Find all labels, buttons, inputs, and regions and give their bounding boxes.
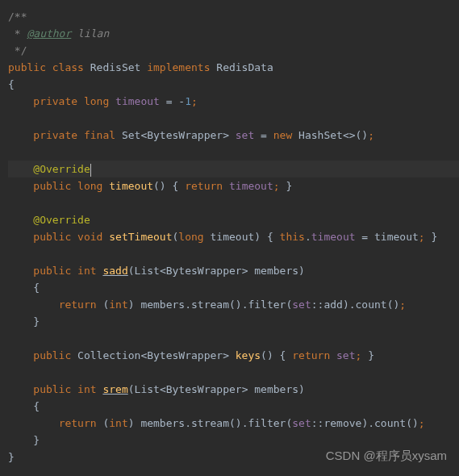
field: timeout <box>311 231 356 243</box>
dot: . <box>368 417 374 429</box>
brace: } <box>286 180 292 192</box>
kw-public: public <box>33 180 77 192</box>
kw-public: public <box>33 383 77 395</box>
code-line: public int sadd(List<BytesWrapper> membe… <box>8 262 459 279</box>
ref: :: <box>311 417 324 429</box>
parens: () <box>153 180 172 192</box>
method: remove <box>323 417 361 429</box>
kw-private: private <box>33 129 84 141</box>
kw-public: public <box>33 349 77 361</box>
semi: ; <box>368 129 374 141</box>
brace: { <box>280 349 293 361</box>
code-line: * @author lilan <box>8 25 459 42</box>
indent <box>8 417 59 429</box>
val: timeout <box>374 231 419 243</box>
method: stream <box>191 417 229 429</box>
class-name: RedisSet <box>90 61 147 73</box>
var: members <box>140 299 185 311</box>
method-name: setTimeout <box>109 231 172 243</box>
kw-int: int <box>77 265 102 277</box>
semi: ; <box>273 180 286 192</box>
cursor <box>90 164 91 177</box>
code-line: return (int) members.stream().filter(set… <box>8 296 459 313</box>
kw-int: int <box>109 417 127 429</box>
indent <box>8 265 33 277</box>
semi: ; <box>419 231 432 243</box>
kw-long: long <box>77 180 109 192</box>
code-editor[interactable]: /** * @author lilan */ public class Redi… <box>0 0 459 474</box>
field: set <box>292 299 311 311</box>
gt: > <box>242 265 255 277</box>
kw-private: private <box>33 95 84 107</box>
type-coll: Collection <box>77 349 140 361</box>
semi: ; <box>419 417 425 429</box>
code-line <box>8 245 459 262</box>
kw-long: long <box>84 95 115 107</box>
kw-implements: implements <box>147 61 216 73</box>
kw-return: return <box>185 180 229 192</box>
dot: . <box>185 299 191 311</box>
parens: () <box>387 299 400 311</box>
indent <box>8 299 59 311</box>
diamond: <>() <box>343 129 368 141</box>
annotation-override: @Override <box>33 214 90 226</box>
type-bw: BytesWrapper <box>166 383 242 395</box>
brace: } <box>368 349 374 361</box>
method-name: srem <box>102 383 127 395</box>
type-bw: BytesWrapper <box>147 349 223 361</box>
indent <box>8 383 33 395</box>
type-hashset: HashSet <box>298 129 343 141</box>
indent <box>8 214 33 226</box>
type-list: List <box>135 265 160 277</box>
code-line: public int srem(List<BytesWrapper> membe… <box>8 381 459 398</box>
kw-return: return <box>59 417 103 429</box>
brace: { <box>173 180 186 192</box>
method: filter <box>248 299 286 311</box>
paren: ) <box>128 417 141 429</box>
type-set: Set <box>122 129 140 141</box>
kw-int: int <box>77 383 102 395</box>
brace: { <box>8 78 15 90</box>
semi: ; <box>191 95 198 107</box>
code-line: } <box>8 432 459 449</box>
indent <box>8 129 33 141</box>
kw-this: this <box>280 231 305 243</box>
code-line <box>8 110 459 127</box>
brace: } <box>8 434 40 446</box>
paren: ( <box>128 265 135 277</box>
indent <box>8 95 33 107</box>
num: 1 <box>185 95 191 107</box>
indent <box>8 349 33 361</box>
eq: = <box>254 129 273 141</box>
method: count <box>356 299 387 311</box>
code-line <box>8 330 459 347</box>
method: stream <box>191 299 229 311</box>
code-line: public long timeout() { return timeout; … <box>8 177 459 194</box>
type-bw: BytesWrapper <box>166 265 242 277</box>
parens: () <box>261 349 279 361</box>
semi: ; <box>356 349 369 361</box>
parens: () <box>229 299 242 311</box>
param: members <box>254 265 298 277</box>
doc-star: * <box>8 27 27 40</box>
code-line: { <box>8 76 459 93</box>
code-line-active: @Override <box>8 161 459 177</box>
lt: < <box>160 265 166 277</box>
dot: . <box>185 417 191 429</box>
code-line: private long timeout = -1; <box>8 93 459 110</box>
brace: { <box>8 400 40 412</box>
type-bw: BytesWrapper <box>147 129 223 141</box>
paren: ) <box>298 265 305 277</box>
kw-new: new <box>273 129 298 141</box>
field-name: set <box>236 129 254 141</box>
method-name: keys <box>236 349 261 361</box>
parens: () <box>229 417 242 429</box>
code-line: public Collection<BytesWrapper> keys() {… <box>8 347 459 364</box>
gt: > <box>223 349 236 361</box>
gt: > <box>242 383 255 395</box>
brace: } <box>431 231 437 243</box>
doc-open: /** <box>8 10 27 23</box>
field: timeout <box>229 180 273 192</box>
field: set <box>336 349 355 361</box>
gt: > <box>223 129 236 141</box>
